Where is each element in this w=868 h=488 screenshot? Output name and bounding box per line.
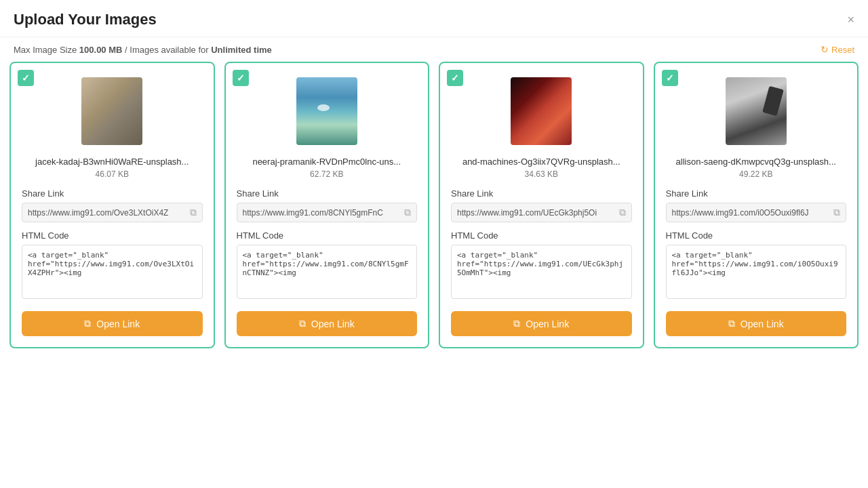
copy-icon-1[interactable]: ⧉ [190,207,197,218]
open-link-icon-4: ⧉ [728,318,735,329]
check-badge-4: ✓ [662,70,678,86]
share-link-row-3: https://www.img91.com/UEcGk3phj5Oi ⧉ [451,203,632,222]
share-link-label-4: Share Link [666,188,847,199]
html-code-area-2[interactable] [237,245,418,299]
open-link-label-2: Open Link [311,319,355,329]
copy-icon-3[interactable]: ⧉ [619,207,626,218]
open-link-label-4: Open Link [741,319,784,329]
max-size-value: 100.00 MB [79,45,123,55]
copy-icon-4[interactable]: ⧉ [833,207,840,218]
open-link-icon-2: ⧉ [299,318,306,329]
file-size-1: 46.07 KB [22,169,203,179]
share-link-text-1: https://www.img91.com/Ove3LXtOiX4Z [28,208,186,218]
html-code-area-3[interactable] [451,245,632,299]
image-thumbnail-4 [726,77,787,145]
reset-button[interactable]: ↻ Reset [821,44,854,55]
html-code-area-4[interactable] [666,245,847,299]
share-link-label-1: Share Link [22,188,203,199]
image-preview-wrap-2 [237,74,418,148]
share-link-text-2: https://www.img91.com/8CNYl5gmFnC [243,208,401,218]
share-link-text-4: https://www.img91.com/i0O5Ouxi9fl6J [672,208,830,218]
image-preview-wrap-1 [22,74,203,148]
file-name-4: allison-saeng-dKmwpcvqQ3g-unsplash... [666,157,847,167]
html-code-label-4: HTML Code [666,230,847,241]
file-size-3: 34.63 KB [451,169,632,179]
share-link-text-3: https://www.img91.com/UEcGk3phj5Oi [457,208,615,218]
file-size-2: 62.72 KB [237,169,418,179]
copy-icon-2[interactable]: ⧉ [404,207,411,218]
info-text: Max Image Size 100.00 MB / Images availa… [14,45,272,55]
check-badge-3: ✓ [447,70,463,86]
file-name-3: and-machines-Og3iix7QVRg-unsplash... [451,157,632,167]
file-name-1: jacek-kadaj-B3wnHi0WaRE-unsplash... [22,157,203,167]
open-link-label-1: Open Link [96,319,140,329]
open-link-icon-3: ⧉ [513,318,520,329]
html-code-label-2: HTML Code [237,230,418,241]
image-card-2: ✓ neeraj-pramanik-RVDnPmc0lnc-uns... 62.… [224,62,430,348]
share-link-row-1: https://www.img91.com/Ove3LXtOiX4Z ⧉ [22,203,203,222]
html-code-label-3: HTML Code [451,230,632,241]
info-separator: / Images available for [125,45,211,55]
share-link-row-4: https://www.img91.com/i0O5Ouxi9fl6J ⧉ [666,203,847,222]
image-thumbnail-1 [81,77,142,145]
open-link-button-3[interactable]: ⧉ Open Link [451,311,632,336]
check-badge-2: ✓ [233,70,249,86]
image-preview-wrap-4 [666,74,847,148]
cards-container: ✓ jacek-kadaj-B3wnHi0WaRE-unsplash... 46… [0,62,868,358]
share-link-label-3: Share Link [451,188,632,199]
availability-value: Unlimited time [211,45,272,55]
reset-label: Reset [831,45,854,55]
file-name-2: neeraj-pramanik-RVDnPmc0lnc-uns... [237,157,418,167]
image-card-3: ✓ and-machines-Og3iix7QVRg-unsplash... 3… [439,62,644,348]
open-link-button-2[interactable]: ⧉ Open Link [237,311,418,336]
share-link-row-2: https://www.img91.com/8CNYl5gmFnC ⧉ [237,203,418,222]
info-prefix: Max Image Size [14,45,79,55]
file-size-4: 49.22 KB [666,169,847,179]
html-code-area-1[interactable] [22,245,203,299]
image-card-1: ✓ jacek-kadaj-B3wnHi0WaRE-unsplash... 46… [9,62,215,348]
image-thumbnail-2 [296,77,357,145]
page-title: Upload Your Images [14,11,157,28]
header: Upload Your Images × [0,0,868,37]
html-code-label-1: HTML Code [22,230,203,241]
open-link-label-3: Open Link [526,319,569,329]
image-card-4: ✓ allison-saeng-dKmwpcvqQ3g-unsplash... … [654,62,859,348]
open-link-button-4[interactable]: ⧉ Open Link [666,311,847,336]
share-link-label-2: Share Link [237,188,418,199]
info-bar: Max Image Size 100.00 MB / Images availa… [0,37,868,62]
check-badge-1: ✓ [18,70,34,86]
open-link-icon-1: ⧉ [84,318,91,329]
reset-icon: ↻ [821,44,829,55]
image-preview-wrap-3 [451,74,632,148]
image-thumbnail-3 [511,77,572,145]
open-link-button-1[interactable]: ⧉ Open Link [22,311,203,336]
close-icon[interactable]: × [847,13,854,27]
